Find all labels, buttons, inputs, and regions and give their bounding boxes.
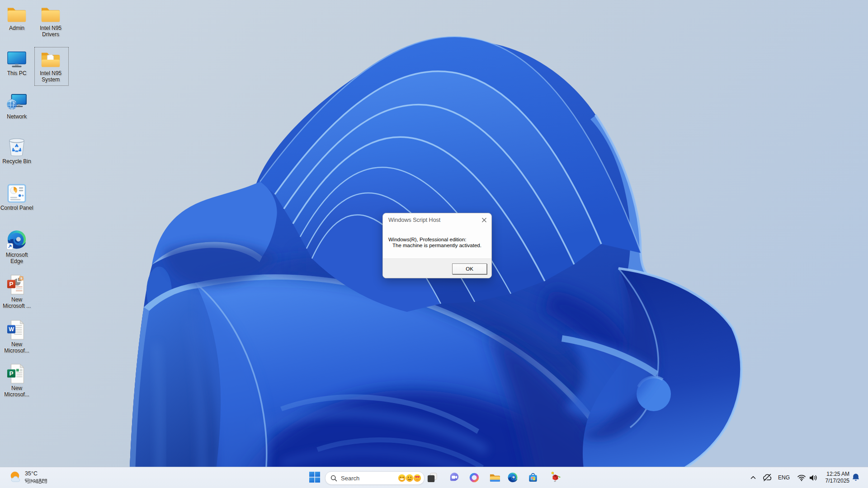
svg-text:W: W [9,326,14,333]
svg-text:P: P [9,370,14,377]
svg-text:P: P [9,281,14,287]
